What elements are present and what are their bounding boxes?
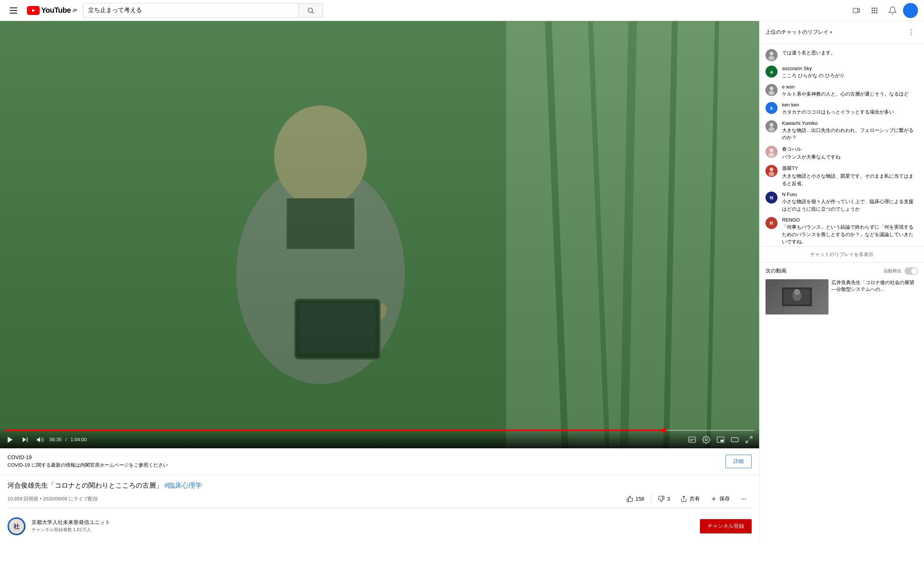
chat-text: 小さな物語を個々人が作っていく上で、臨床心理による支援はどのように役に立つのでし… <box>782 198 918 213</box>
chat-more-button[interactable] <box>904 25 918 39</box>
svg-point-42 <box>741 499 742 499</box>
progress-fill <box>5 429 665 431</box>
theater-button[interactable] <box>729 434 740 445</box>
svg-rect-35 <box>721 440 723 442</box>
chat-content: e wsnケルト系や多神教の人と、心の古層が通じそう。なるほど <box>782 84 918 98</box>
subscribe-button[interactable]: チャンネル登録 <box>700 519 752 533</box>
more-icon <box>740 496 747 502</box>
subtitles-button[interactable] <box>687 434 698 445</box>
date-separator: • <box>40 496 43 502</box>
progress-bar[interactable] <box>5 429 755 431</box>
svg-point-8 <box>874 10 875 11</box>
bell-icon <box>888 6 897 15</box>
channel-logo-icon: 社 <box>9 519 24 534</box>
next-video-header: 次の動画 自動再生 <box>766 267 918 275</box>
volume-button[interactable] <box>34 434 46 445</box>
covid-text: COVID-19 COVID-19 に関する最新の情報は内閣官房ホームページをご… <box>8 454 721 469</box>
like-button[interactable]: 158 <box>622 493 649 505</box>
svg-line-3 <box>312 12 314 14</box>
chat-avatar <box>766 49 777 61</box>
camera-icon <box>852 6 861 15</box>
logo-text: YouTube <box>41 6 71 15</box>
chat-content: N Furu小さな物語を個々人が作っていく上で、臨床心理による支援はどのように役… <box>782 191 918 213</box>
video-hashtag[interactable]: #臨床心理学 <box>164 482 202 489</box>
covid-detail-button[interactable]: 詳細 <box>726 455 752 468</box>
chat-text: バランスが大事なんですね <box>782 153 918 161</box>
video-player[interactable]: 56:35 / 1:04:00 <box>0 21 759 448</box>
notifications-button[interactable] <box>885 3 900 18</box>
chat-avatar <box>766 120 777 132</box>
save-button[interactable]: 保存 <box>706 493 735 505</box>
chevron-down-icon: ▾ <box>830 30 832 35</box>
chat-avatar <box>766 146 777 158</box>
video-actions: 158 3 <box>622 493 752 505</box>
main-container: 56:35 / 1:04:00 <box>0 21 924 541</box>
chat-username: RENGO <box>782 217 918 223</box>
more-button[interactable] <box>736 493 752 505</box>
save-label: 保存 <box>719 496 730 502</box>
share-label: 共有 <box>690 496 700 502</box>
search-button[interactable] <box>299 3 323 18</box>
video-title: 河合俊雄先生「コロナとの関わりとこころの古層」 #臨床心理学 <box>8 481 752 490</box>
svg-point-49 <box>911 34 912 35</box>
next-button[interactable] <box>20 434 31 445</box>
share-icon <box>681 496 687 502</box>
chat-header: 上位のチャットのリプレイ ▾ <box>760 21 924 44</box>
miniplayer-button[interactable] <box>715 434 726 445</box>
dislike-button[interactable]: 3 <box>653 493 674 505</box>
chat-message: では違う名と思います。 <box>760 47 924 63</box>
chat-username: 遊羅TY <box>782 165 918 172</box>
chat-message: 春コハルバランスが大事なんですね <box>760 143 924 163</box>
chat-text: では違う名と思います。 <box>782 49 918 57</box>
svg-point-61 <box>769 152 775 157</box>
video-info: 河合俊雄先生「コロナとの関わりとこころの古層」 #臨床心理学 10,659 回視… <box>0 475 759 511</box>
search-icon <box>307 7 315 14</box>
svg-rect-28 <box>27 437 28 442</box>
time-display: 56:35 <box>50 437 62 442</box>
chat-username: 春コハル <box>782 146 918 152</box>
upload-button[interactable] <box>849 3 864 18</box>
svg-point-12 <box>876 12 877 14</box>
chat-username: N Furu <box>782 191 918 197</box>
chat-text: カタカナのココロはもっとイラッとする場合が多い <box>782 108 918 116</box>
video-controls-overlay: 56:35 / 1:04:00 <box>0 428 759 448</box>
settings-button[interactable] <box>701 434 712 445</box>
dislike-icon <box>658 496 665 502</box>
autoplay-toggle[interactable] <box>904 267 918 275</box>
svg-point-43 <box>743 499 744 499</box>
channel-info: 京都大学人社未来形発信ユニット チャンネル登録者数 1.81万人 <box>31 519 694 533</box>
save-icon <box>710 496 717 502</box>
user-avatar-button[interactable] <box>903 3 918 18</box>
chat-username: e wsn <box>782 84 918 90</box>
chat-content: では違う名と思います。 <box>782 49 918 57</box>
chat-message: NN Furu小さな物語を個々人が作っていく上で、臨床心理による支援はどのように… <box>760 189 924 215</box>
chat-messages[interactable]: では違う名と思います。aaozorarin Skyこころ ひらがな の ひろがり… <box>760 44 924 246</box>
svg-point-54 <box>770 87 774 90</box>
thumbnail-icon <box>782 288 812 306</box>
chat-content: aozorarin Skyこころ ひらがな の ひろがり <box>782 65 918 79</box>
apps-button[interactable] <box>867 3 882 18</box>
background-scene <box>0 21 759 448</box>
share-button[interactable]: 共有 <box>676 493 704 505</box>
next-video-item[interactable]: 広井良典先生「コロナ後の社会の展望―分散型システムへの… <box>766 279 918 314</box>
logo-link[interactable]: YouTubeJP <box>27 6 77 15</box>
svg-point-74 <box>794 289 800 295</box>
youtube-logo-icon <box>27 6 40 15</box>
chat-text: ケルト系や多神教の人と、心の古層が通じそう。なるほど <box>782 90 918 98</box>
chat-content: 遊羅TY大きな物語と小さな物語、図星です。そのまま私に当てはまると反省。 <box>782 165 918 187</box>
chat-content: 春コハルバランスが大事なんですね <box>782 146 918 161</box>
svg-point-21 <box>274 105 367 207</box>
search-input[interactable] <box>84 3 299 18</box>
hide-chat-button[interactable]: チャットのリプレイを非表示 <box>810 251 873 258</box>
chat-avatar: N <box>766 191 777 204</box>
theater-icon <box>731 435 739 444</box>
chat-title: 上位のチャットのリプレイ ▾ <box>766 29 904 36</box>
three-dots-icon <box>907 28 915 36</box>
channel-avatar-image: 社 <box>8 517 25 535</box>
menu-button[interactable] <box>6 3 21 18</box>
svg-point-57 <box>770 123 774 127</box>
play-button[interactable] <box>5 434 16 445</box>
svg-point-47 <box>911 30 912 31</box>
svg-rect-36 <box>732 437 738 441</box>
fullscreen-button[interactable] <box>743 434 755 445</box>
